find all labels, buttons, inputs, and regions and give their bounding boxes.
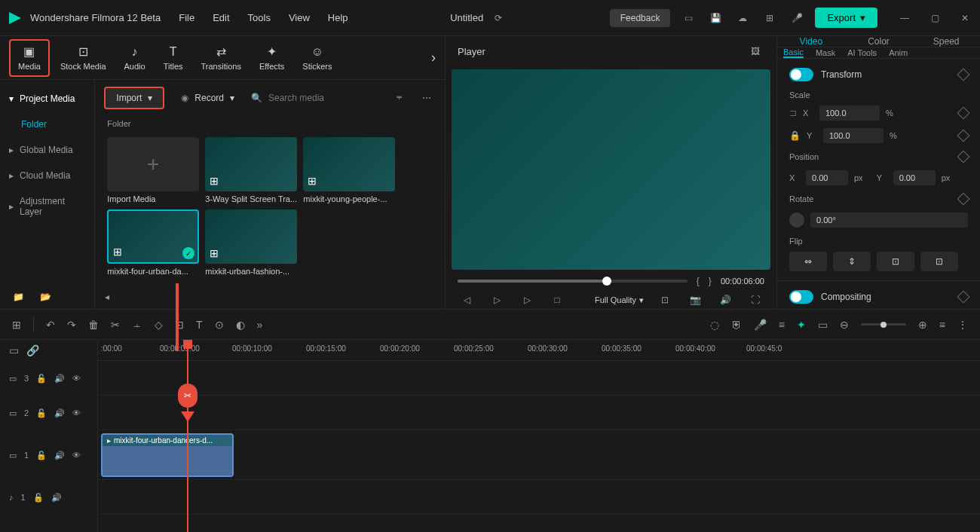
sidebar-item-adjustment-layer[interactable]: ▸ Adjustment Layer (0, 188, 94, 225)
preview-video[interactable] (452, 69, 770, 270)
speed-icon[interactable]: ⊙ (215, 319, 224, 331)
save-icon[interactable]: 💾 (706, 9, 724, 27)
track-header-video-2[interactable]: ▭ 2 🔓 🔊 👁 (0, 396, 97, 430)
visibility-icon[interactable]: 👁 (72, 451, 81, 460)
delete-folder-icon[interactable]: 📂 (36, 288, 54, 306)
track-header-video-3[interactable]: ▭ 3 🔓 🔊 👁 (0, 361, 97, 396)
pos-y-input[interactable] (893, 170, 936, 185)
lock-icon[interactable]: 🔓 (33, 493, 44, 503)
props-subtab-mask[interactable]: Mask (816, 47, 835, 58)
record-button[interactable]: ◉ Record ▾ (173, 88, 242, 108)
text-icon[interactable]: T (196, 319, 203, 331)
keyframe-icon[interactable] (957, 69, 970, 81)
flip-vertical-button[interactable]: ⇕ (833, 252, 871, 271)
stop-button[interactable]: □ (548, 291, 566, 309)
options-icon[interactable]: ⋮ (957, 319, 968, 331)
zoom-in-icon[interactable]: ⊕ (918, 319, 927, 331)
split-icon[interactable]: ⫠ (132, 319, 142, 331)
nav-tab-titles[interactable]: T Titles (156, 41, 191, 75)
scale-y-input[interactable] (823, 128, 884, 143)
lock-icon[interactable]: 🔓 (36, 451, 47, 460)
mark-out-button[interactable]: } (709, 276, 712, 286)
frame-icon[interactable]: ▭ (818, 319, 828, 331)
play-button[interactable]: ▷ (518, 291, 536, 309)
marker-icon[interactable]: ◇ (155, 319, 163, 331)
nav-next-arrow[interactable]: › (431, 50, 436, 66)
track-link-icon[interactable]: 🔗 (26, 344, 39, 356)
props-subtab-ai-tools[interactable]: AI Tools (847, 47, 877, 58)
props-tab-color[interactable]: Color (845, 36, 913, 47)
sidebar-item-project-media[interactable]: ▾ Project Media (0, 86, 94, 112)
magnet-icon[interactable]: ⊞ (12, 319, 21, 331)
quality-selector[interactable]: Full Quality ▾ (595, 295, 644, 305)
link-icon[interactable]: ⊐ (789, 108, 797, 118)
fullscreen-icon[interactable]: ⛶ (746, 291, 764, 309)
lock-icon[interactable]: 🔓 (36, 408, 47, 418)
filter-icon[interactable]: ⫧ (390, 89, 409, 107)
nav-tab-stickers[interactable]: ☺ Stickers (295, 41, 339, 75)
visibility-icon[interactable]: 👁 (72, 408, 81, 417)
menu-help[interactable]: Help (328, 12, 348, 23)
pos-x-input[interactable] (806, 170, 848, 185)
play-backward-button[interactable]: ▷ (488, 291, 506, 309)
playhead-scissor-icon[interactable]: ✂ (178, 384, 198, 408)
more-icon[interactable]: ⋯ (418, 89, 436, 107)
mute-icon[interactable]: 🔊 (54, 408, 65, 418)
track-row[interactable] (98, 480, 980, 515)
keyframe-icon[interactable] (957, 291, 970, 304)
track-header-audio-1[interactable]: ♪ 1 🔓 🔊 (0, 480, 97, 515)
mute-icon[interactable]: 🔊 (51, 493, 62, 503)
menu-edit[interactable]: Edit (213, 12, 229, 23)
camera-icon[interactable]: 📷 (686, 291, 704, 309)
lock-icon[interactable]: 🔓 (36, 374, 47, 384)
media-item[interactable]: ⊞ 3-Way Split Screen Tra... (205, 137, 297, 203)
media-item[interactable]: ⊞✓ mixkit-four-urban-da... (107, 209, 199, 276)
new-folder-icon[interactable]: 📁 (9, 288, 27, 306)
props-tab-speed[interactable]: Speed (912, 36, 980, 47)
audio-icon[interactable]: ≡ (779, 319, 785, 331)
delete-icon[interactable]: 🗑 (88, 319, 99, 331)
mic-icon[interactable]: 🎤 (788, 9, 806, 27)
transform-toggle[interactable] (789, 68, 813, 81)
props-subtab-basic[interactable]: Basic (783, 47, 804, 58)
collapse-sidebar-icon[interactable]: ◂ (98, 288, 116, 306)
timeline-clip[interactable]: ▸mixkit-four-urban-dancers-d... (101, 433, 234, 477)
close-button[interactable]: ✕ (956, 9, 974, 27)
media-item[interactable]: ⊞ mixkit-young-people-... (303, 137, 395, 203)
keyframe-icon[interactable] (957, 151, 970, 164)
track-row[interactable] (98, 396, 980, 430)
layout-icon[interactable]: ▭ (679, 9, 697, 27)
folder-label[interactable]: Folder (0, 112, 94, 137)
prev-frame-button[interactable]: ◁ (458, 291, 476, 309)
nav-tab-effects[interactable]: ✦ Effects (252, 41, 292, 75)
keyframe-icon[interactable] (957, 107, 970, 120)
snapshot-icon[interactable]: 🖼 (746, 42, 764, 60)
track-row[interactable]: ▸mixkit-four-urban-dancers-d... (98, 430, 980, 480)
import-button[interactable]: Import ▾ (104, 87, 164, 109)
nav-tab-audio[interactable]: ♪ Audio (117, 41, 153, 75)
mark-in-button[interactable]: { (697, 276, 700, 286)
props-tab-video[interactable]: Video (777, 36, 845, 47)
feedback-button[interactable]: Feedback (610, 9, 671, 27)
mute-icon[interactable]: 🔊 (54, 374, 65, 384)
keyframe-icon[interactable] (957, 193, 970, 206)
nav-tab-transitions[interactable]: ⇄ Transitions (194, 41, 249, 75)
zoom-slider[interactable] (861, 323, 906, 326)
menu-tools[interactable]: Tools (248, 12, 271, 23)
menu-file[interactable]: File (179, 12, 194, 23)
media-item[interactable]: ⊞ mixkit-urban-fashion-... (205, 209, 297, 276)
nav-tab-stock-media[interactable]: ⊡ Stock Media (53, 41, 114, 75)
props-subtab-anim[interactable]: Anim (889, 47, 908, 58)
flip-copy-button[interactable]: ⊡ (877, 252, 914, 271)
sidebar-item-cloud-media[interactable]: ▸ Cloud Media (0, 163, 94, 188)
keyframe-icon[interactable] (957, 130, 970, 142)
export-button[interactable]: Export ▾ (815, 8, 877, 28)
volume-icon[interactable]: 🔊 (716, 291, 734, 309)
flip-horizontal-button[interactable]: ⇔ (789, 252, 827, 271)
track-row[interactable] (98, 361, 980, 396)
nav-tab-media[interactable]: ▣ Media (9, 39, 50, 77)
undo-icon[interactable]: ↶ (46, 319, 55, 331)
playhead[interactable]: ✂ (187, 340, 188, 532)
auto-icon[interactable]: ✦ (797, 319, 806, 331)
grid-icon[interactable]: ⊞ (761, 9, 779, 27)
